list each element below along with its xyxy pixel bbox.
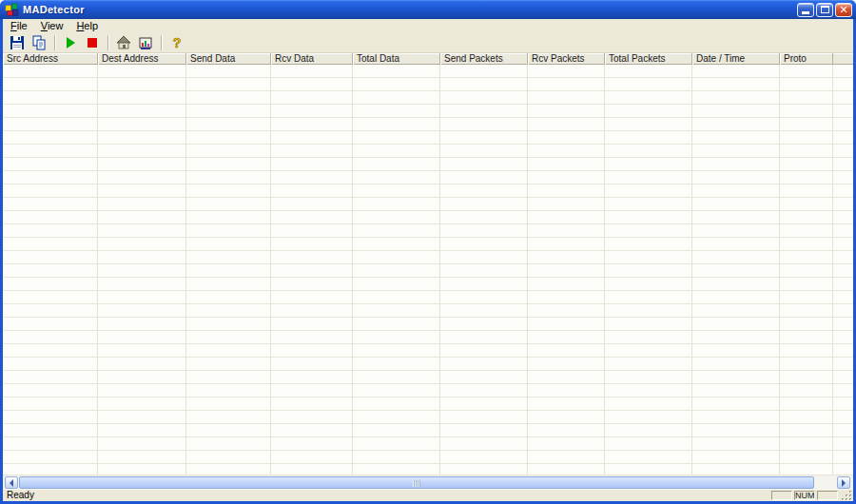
floppy-disk-icon (10, 35, 25, 50)
column-header-send-packets[interactable]: Send Packets (440, 53, 528, 65)
stop-icon (85, 35, 100, 50)
column-header-dest-address[interactable]: Dest Address (98, 53, 186, 65)
status-pane-scrl (817, 491, 838, 500)
copy-pages-icon (31, 35, 47, 50)
app-icon[interactable] (5, 3, 19, 17)
copy-button[interactable] (29, 33, 49, 51)
toolbar-separator (161, 35, 162, 50)
toolbar-separator (54, 35, 55, 50)
minimize-button[interactable] (797, 3, 814, 17)
menu-view[interactable]: View (34, 20, 70, 32)
grid-column (605, 65, 692, 475)
scrollbar-thumb[interactable] (19, 476, 814, 489)
column-header-filler (833, 53, 853, 65)
scrollbar-grip-icon (413, 480, 420, 487)
titlebar[interactable]: MADetector ✕ (0, 0, 856, 19)
status-pane-num: NUM (794, 491, 815, 500)
status-bar: Ready NUM (3, 489, 853, 501)
minimize-icon (802, 11, 809, 14)
grid-column (271, 65, 353, 475)
column-header-rcv-packets[interactable]: Rcv Packets (528, 53, 605, 65)
stop-capture-button[interactable] (83, 33, 102, 51)
maximize-button[interactable] (816, 3, 833, 17)
app-window: MADetector ✕ File View Help (0, 0, 856, 504)
column-header-date-time[interactable]: Date / Time (692, 53, 780, 65)
grid-column (528, 65, 605, 475)
resize-grip[interactable] (841, 490, 852, 501)
grid-column (353, 65, 440, 475)
table-body[interactable] (3, 65, 853, 475)
help-question-icon: ? (169, 35, 185, 50)
column-header-total-packets[interactable]: Total Packets (605, 53, 692, 65)
column-header-send-data[interactable]: Send Data (186, 53, 271, 65)
home-button[interactable] (114, 33, 133, 51)
horizontal-scrollbar[interactable] (3, 475, 853, 489)
close-icon: ✕ (839, 4, 847, 16)
menu-bar: File View Help (3, 19, 853, 32)
menu-help[interactable]: Help (69, 20, 105, 32)
play-icon (63, 35, 78, 50)
grid-column (692, 65, 780, 475)
close-button[interactable]: ✕ (835, 3, 852, 17)
scroll-right-button[interactable] (837, 476, 850, 489)
svg-text:?: ? (173, 35, 182, 50)
grid-column (186, 65, 271, 475)
grid-column (98, 65, 186, 475)
status-message: Ready (7, 490, 771, 501)
grid-column (440, 65, 528, 475)
column-header-src-address[interactable]: Src Address (3, 53, 98, 65)
adapter-chart-icon (138, 35, 153, 50)
column-header-total-data[interactable]: Total Data (353, 53, 440, 65)
adapter-stats-button[interactable] (136, 33, 155, 51)
home-icon (116, 35, 131, 50)
grid-column (3, 65, 98, 475)
column-header-rcv-data[interactable]: Rcv Data (271, 53, 353, 65)
window-title: MADetector (23, 4, 797, 15)
maximize-icon (821, 6, 829, 13)
arrow-right-icon (842, 479, 846, 487)
status-pane-cap (771, 491, 792, 500)
column-header-proto[interactable]: Proto (780, 53, 833, 65)
toolbar-separator (107, 35, 108, 50)
arrow-left-icon (10, 479, 13, 487)
table-header: Src Address Dest Address Send Data Rcv D… (3, 53, 853, 65)
toolbar: ? (3, 32, 853, 53)
menu-file[interactable]: File (4, 20, 34, 32)
about-button[interactable]: ? (167, 33, 186, 51)
grid-column-filler (833, 65, 853, 475)
scroll-left-button[interactable] (5, 476, 18, 489)
save-button[interactable] (8, 33, 27, 51)
grid-column (780, 65, 833, 475)
start-capture-button[interactable] (61, 33, 80, 51)
window-content: File View Help (3, 19, 853, 501)
